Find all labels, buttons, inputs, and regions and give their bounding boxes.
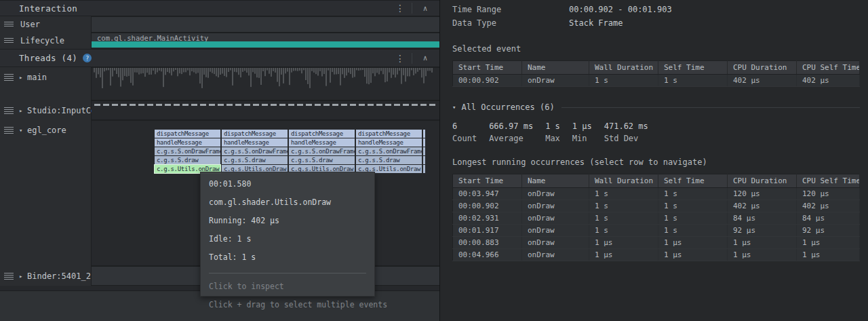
stat-label: Max xyxy=(545,134,560,143)
thread-activity-spikes xyxy=(92,68,436,91)
tooltip-hint-inspect: Click to inspect xyxy=(209,282,366,291)
flame-event-dispatchmessage[interactable]: dispatchMessage xyxy=(289,130,355,138)
thread-label-main[interactable]: ▸ main xyxy=(0,67,92,100)
expand-arrow-icon[interactable]: ▸ xyxy=(19,107,26,114)
table-cell: 00:02.931 xyxy=(453,212,522,225)
drag-handle-icon[interactable] xyxy=(4,74,14,81)
flame-event-c-g-s-s-draw[interactable]: c.g.s.S.draw xyxy=(289,156,355,164)
flame-event-partial[interactable] xyxy=(423,147,425,155)
thread-activity-dashes xyxy=(94,104,435,106)
table-cell: 1 µs xyxy=(589,249,658,261)
column-header[interactable]: CPU Duration xyxy=(728,174,797,188)
expand-arrow-icon[interactable]: ▸ xyxy=(19,74,26,81)
column-header[interactable]: Self Time xyxy=(658,174,728,188)
column-header[interactable]: Wall Duration xyxy=(589,174,658,188)
flame-event-c-g-s-s-ondrawframe[interactable]: c.g.s.S.onDrawFrame xyxy=(289,147,355,155)
drag-handle-icon[interactable] xyxy=(4,107,14,115)
tooltip-divider xyxy=(209,273,366,273)
collapse-arrow-icon[interactable]: ▾ xyxy=(19,127,26,134)
table-cell: 1 s xyxy=(658,188,728,200)
drag-handle-icon[interactable] xyxy=(4,22,14,27)
table-cell: 1 µs xyxy=(728,249,797,261)
flame-event-c-g-s-s-ondrawframe[interactable]: c.g.s.S.onDrawFrame xyxy=(155,147,220,155)
table-cell: 1 s xyxy=(658,225,728,237)
help-icon[interactable]: ? xyxy=(83,54,92,62)
flame-event-partial[interactable] xyxy=(423,138,425,147)
thread-name: main xyxy=(27,73,47,82)
stat-value: 1 s xyxy=(545,121,560,131)
interaction-section-header: Interaction ⋮ ∧ xyxy=(0,0,439,16)
tooltip-event-name: com.gl.shader.Utils.onDraw xyxy=(209,197,366,207)
flame-event-c-g-s-s-draw[interactable]: c.g.s.S.draw xyxy=(356,156,422,164)
table-cell: 00:04.966 xyxy=(453,249,522,261)
lifecycle-track-name: Lifecycle xyxy=(20,36,64,45)
drag-handle-icon[interactable] xyxy=(4,127,14,134)
table-cell: 402 µs xyxy=(797,75,860,87)
thread-label-binder[interactable]: ▸ Binder:5401_2 xyxy=(0,266,92,286)
flame-event-dispatchmessage[interactable]: dispatchMessage xyxy=(155,130,220,138)
column-header[interactable]: Wall Duration xyxy=(589,61,658,75)
thread-track-inputcon[interactable] xyxy=(92,100,439,120)
interaction-title: Interaction xyxy=(19,3,77,14)
column-header[interactable]: CPU Duration xyxy=(728,61,797,75)
flame-event-handlemessage[interactable]: handleMessage xyxy=(356,138,422,147)
drag-handle-icon[interactable] xyxy=(4,273,14,280)
table-row[interactable]: 00:03.947onDraw1 s1 s120 µs120 µs xyxy=(453,188,860,200)
table-row[interactable]: 00:00.902onDraw1 s1 s402 µs402 µs xyxy=(453,75,860,87)
thread-label-inputcon[interactable]: ▸ Studio:InputCon xyxy=(0,100,92,120)
flame-event-c-g-s-s-draw[interactable]: c.g.s.S.draw xyxy=(222,156,288,164)
column-header[interactable]: Start Time xyxy=(453,174,522,188)
flame-event-partial[interactable] xyxy=(423,130,425,138)
collapse-chevron-icon[interactable]: ∧ xyxy=(416,54,434,62)
flame-event-dispatchmessage[interactable]: dispatchMessage xyxy=(222,130,288,138)
table-row[interactable]: 00:01.917onDraw1 s1 s92 µs92 µs xyxy=(453,225,860,237)
collapse-triangle-icon[interactable]: ▾ xyxy=(452,104,456,111)
drag-handle-icon[interactable] xyxy=(4,38,14,43)
column-header[interactable]: CPU Self Time xyxy=(797,61,860,75)
flame-event-partial[interactable] xyxy=(423,165,425,173)
lifecycle-activity-bar[interactable] xyxy=(92,41,439,48)
lifecycle-track-row: Lifecycle com.gl.shader.MainActivity xyxy=(0,33,439,49)
table-row[interactable]: 00:00.902onDraw1 s1 s402 µs402 µs xyxy=(453,200,860,212)
collapse-chevron-icon[interactable]: ∧ xyxy=(416,4,434,13)
flame-event-c-g-s-s-draw[interactable]: c.g.s.S.draw xyxy=(155,156,220,164)
table-cell: onDraw xyxy=(522,200,589,212)
flame-event-dispatchmessage[interactable]: dispatchMessage xyxy=(356,130,422,138)
thread-name: Studio:InputCon xyxy=(27,106,100,115)
table-row[interactable]: 00:02.931onDraw1 s1 s84 µs84 µs xyxy=(453,212,860,225)
occurrences-rule xyxy=(561,107,860,108)
table-cell: 1 µs xyxy=(589,237,658,249)
table-cell: 84 µs xyxy=(728,212,797,225)
lifecycle-track-area[interactable]: com.gl.shader.MainActivity xyxy=(92,33,439,49)
flame-event-c-g-s-s-ondrawframe[interactable]: c.g.s.S.onDrawFrame xyxy=(222,147,288,155)
expand-arrow-icon[interactable]: ▸ xyxy=(19,273,26,280)
longest-occurrences-table: Start TimeNameWall DurationSelf TimeCPU … xyxy=(452,174,860,261)
flame-event-handlemessage[interactable]: handleMessage xyxy=(155,138,220,147)
tooltip-running: Running: 402 µs xyxy=(209,216,366,225)
user-track-area[interactable] xyxy=(92,16,439,33)
data-type-value: Stack Frame xyxy=(569,18,623,28)
stat-label: Min xyxy=(572,134,592,143)
table-header-row: Start TimeNameWall DurationSelf TimeCPU … xyxy=(453,174,860,188)
column-header[interactable]: Name xyxy=(522,174,589,188)
flame-event-partial[interactable] xyxy=(423,156,425,164)
flame-event-handlemessage[interactable]: handleMessage xyxy=(289,138,355,147)
flame-event-c-g-s-s-ondrawframe[interactable]: c.g.s.S.onDrawFrame xyxy=(356,147,422,155)
table-row[interactable]: 00:04.966onDraw1 µs1 µs1 µs1 µs xyxy=(453,249,860,261)
table-cell: onDraw xyxy=(522,237,589,249)
kebab-menu-icon[interactable]: ⋮ xyxy=(393,3,408,14)
thread-label-eglcore[interactable]: ▾ egl_core xyxy=(0,120,92,266)
thread-track-main[interactable] xyxy=(92,67,439,100)
column-header[interactable]: Self Time xyxy=(658,61,728,75)
table-cell: 120 µs xyxy=(728,188,797,200)
header-divider xyxy=(412,3,412,14)
column-header[interactable]: CPU Self Time xyxy=(797,174,860,188)
table-row[interactable]: 00:00.883onDraw1 µs1 µs1 µs1 µs xyxy=(453,237,860,249)
column-header[interactable]: Name xyxy=(522,61,589,75)
column-header[interactable]: Start Time xyxy=(453,61,522,75)
flame-event-handlemessage[interactable]: handleMessage xyxy=(222,138,288,147)
all-occurrences-header[interactable]: ▾ All Occurrences (6) xyxy=(452,102,860,112)
occurrence-stats: 6Count666.97 msAverage1 sMax1 µsMin471.6… xyxy=(452,121,860,143)
kebab-menu-icon[interactable]: ⋮ xyxy=(393,53,408,64)
table-cell: 1 s xyxy=(658,212,728,225)
